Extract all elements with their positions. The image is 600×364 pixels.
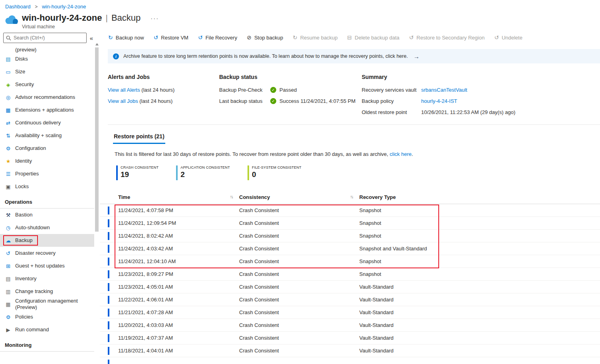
file-recovery-button[interactable]: ↺ File Recovery bbox=[193, 32, 242, 43]
sidebar-item-backup[interactable]: ☁ Backup bbox=[0, 234, 94, 247]
sidebar-item-continuous-delivery[interactable]: ⇄ Continuous delivery bbox=[0, 116, 94, 129]
properties-icon: ☰ bbox=[5, 171, 12, 177]
configuration-gear-icon: ⚙ bbox=[5, 146, 12, 151]
scrollbar-up-arrow-icon[interactable] bbox=[95, 43, 99, 45]
consistency-stats: CRASH CONSISTENT 19 APPLICATION CONSISTE… bbox=[116, 165, 600, 180]
view-all-link[interactable]: View all Alerts bbox=[108, 87, 140, 93]
sidebar-item-guest-host-updates[interactable]: ⊞ Guest + host updates bbox=[0, 260, 94, 272]
table-row[interactable]: 11/19/2021, 4:07:37 AM Crash Consistent … bbox=[100, 332, 600, 344]
continuous-delivery-icon: ⇄ bbox=[5, 120, 12, 126]
cell-time: 11/24/2021, 12:04:10 AM bbox=[118, 258, 239, 264]
table-row[interactable]: 11/23/2021, 8:09:27 PM Crash Consistent … bbox=[100, 268, 600, 281]
sidebar-item-disaster-recovery[interactable]: ↺ Disaster recovery bbox=[0, 247, 94, 260]
cell-time: 11/24/2021, 4:03:42 AM bbox=[118, 246, 239, 252]
toolbar-button-label: Restore VM bbox=[161, 35, 188, 41]
restore-secondary-region-button[interactable]: ↺ Restore to Secondary Region bbox=[404, 32, 489, 43]
scrollbar-thumb[interactable] bbox=[95, 47, 99, 232]
sidebar-item-availability-scaling[interactable]: ⇅ Availability + scaling bbox=[0, 129, 94, 142]
table-row[interactable] bbox=[100, 357, 600, 364]
sidebar-item-configuration[interactable]: ⚙ Configuration bbox=[0, 142, 94, 155]
restore-vm-button[interactable]: ↺ Restore VM bbox=[149, 32, 193, 43]
table-row[interactable]: 11/24/2021, 8:02:42 AM Crash Consistent … bbox=[100, 230, 600, 242]
resume-backup-button[interactable]: ↻ Resume backup bbox=[288, 32, 343, 43]
cell-consistency: Crash Consistent bbox=[239, 220, 359, 226]
summary-row: Oldest restore point 10/26/2021, 11:22:5… bbox=[362, 109, 600, 115]
column-header-consistency[interactable]: Consistency bbox=[239, 194, 270, 200]
table-row[interactable]: 11/24/2021, 12:09:54 PM Crash Consistent… bbox=[100, 217, 600, 230]
cell-time: 11/24/2021, 4:07:58 PM bbox=[118, 207, 239, 213]
breadcrumb-dashboard-link[interactable]: Dashboard bbox=[5, 4, 31, 10]
summary-row: Backup policy hourly-4-24-IST bbox=[362, 98, 600, 104]
consistency-stat: APPLICATION CONSISTENT 2 bbox=[176, 165, 230, 180]
sidebar-item-security[interactable]: ◈ Security bbox=[0, 78, 94, 91]
sidebar-item-configuration-management[interactable]: ▦ Configuration management (Preview) bbox=[0, 298, 94, 311]
stop-backup-button[interactable]: ⊘ Stop backup bbox=[242, 32, 288, 43]
breadcrumb-current-link[interactable]: win-hourly-24-zone bbox=[42, 4, 86, 10]
table-row[interactable]: 11/20/2021, 4:03:03 AM Crash Consistent … bbox=[100, 319, 600, 332]
sidebar-item-locks[interactable]: ▣ Locks bbox=[0, 180, 94, 193]
more-options-icon[interactable]: ··· bbox=[150, 15, 159, 22]
sidebar-item-advisor-recommendations[interactable]: ◎ Advisor recommendations bbox=[0, 91, 94, 104]
cell-consistency: Crash Consistent bbox=[239, 258, 359, 264]
table-row[interactable]: 11/24/2021, 4:07:58 PM Crash Consistent … bbox=[100, 204, 600, 217]
click-here-link[interactable]: click here bbox=[390, 151, 412, 157]
table-row[interactable]: 11/22/2021, 4:06:01 AM Crash Consistent … bbox=[100, 293, 600, 306]
sidebar-item-inventory[interactable]: ▤ Inventory bbox=[0, 272, 94, 285]
sidebar-item-identity[interactable]: ★ Identity bbox=[0, 155, 94, 167]
sidebar-item-label: Locks bbox=[15, 183, 29, 190]
guest-host-updates-icon: ⊞ bbox=[5, 264, 12, 269]
sort-icon[interactable]: ↑↓ bbox=[350, 194, 353, 200]
cell-recovery-type: Snapshot bbox=[359, 271, 600, 277]
sidebar-item-properties[interactable]: ☰ Properties bbox=[0, 167, 94, 180]
summary-value[interactable]: 10/26/2021, 11:22:53 AM (29 day(s) ago) bbox=[421, 109, 515, 115]
toolbar-button-label: Stop backup bbox=[254, 35, 283, 41]
status-value: Passed bbox=[279, 87, 297, 93]
sidebar-item-auto-shutdown[interactable]: ◷ Auto-shutdown bbox=[0, 221, 94, 234]
column-header-recovery-type[interactable]: Recovery Type bbox=[359, 194, 396, 200]
tab-restore-points[interactable]: Restore points (21) bbox=[113, 131, 165, 144]
virtual-machine-cloud-icon bbox=[4, 15, 18, 26]
arrow-right-icon[interactable]: → bbox=[414, 53, 420, 60]
success-check-icon: ✓ bbox=[270, 98, 276, 104]
sidebar-item-partial-preview[interactable]: (preview) bbox=[0, 47, 94, 53]
row-bar-cell bbox=[100, 360, 118, 364]
sidebar-item-extensions-applications[interactable]: ▦ Extensions + applications bbox=[0, 104, 94, 116]
sidebar-item-change-tracking[interactable]: ▥ Change tracking bbox=[0, 285, 94, 298]
undelete-button[interactable]: ↺ Undelete bbox=[489, 32, 527, 43]
cell-time: 11/23/2021, 4:05:01 AM bbox=[118, 284, 239, 290]
sort-icon[interactable]: ↑↓ bbox=[230, 194, 233, 200]
cell-consistency: Crash Consistent bbox=[239, 348, 359, 354]
sidebar-item-label: Bastion bbox=[15, 212, 32, 218]
sidebar-item-run-command[interactable]: ▶ Run command bbox=[0, 323, 94, 336]
table-row[interactable]: 11/23/2021, 4:05:01 AM Crash Consistent … bbox=[100, 281, 600, 293]
sidebar-item-disks[interactable]: ▤ Disks bbox=[0, 53, 94, 65]
row-bar-cell bbox=[100, 347, 118, 355]
table-row[interactable]: 11/18/2021, 4:04:01 AM Crash Consistent … bbox=[100, 344, 600, 357]
sidebar-item-size[interactable]: ▭ Size bbox=[0, 65, 94, 78]
menu-search-input[interactable] bbox=[3, 33, 87, 43]
resource-menu: (preview) ▤ Disks ▭ Size bbox=[0, 47, 100, 354]
sidebar-item-bastion[interactable]: ⚒ Bastion bbox=[0, 209, 94, 221]
backup-now-button[interactable]: ↻ Backup now bbox=[103, 32, 149, 43]
table-row[interactable]: 11/21/2021, 4:07:28 AM Crash Consistent … bbox=[100, 306, 600, 319]
sidebar-item-content: ⚒ Bastion bbox=[5, 212, 32, 218]
column-header-time[interactable]: Time bbox=[118, 194, 130, 200]
success-check-icon: ✓ bbox=[270, 87, 276, 93]
banner-message: Archive feature to store long term reten… bbox=[123, 53, 408, 59]
status-label: Last backup status bbox=[219, 98, 270, 104]
delete-backup-data-button[interactable]: ⊟ Delete backup data bbox=[343, 32, 404, 43]
sidebar-item-label: Change tracking bbox=[15, 288, 53, 295]
sidebar-scrollbar[interactable] bbox=[95, 43, 99, 358]
view-all-link[interactable]: View all Jobs bbox=[108, 98, 138, 104]
sidebar-item-label: Advisor recommendations bbox=[15, 94, 75, 100]
sidebar-collapse-button[interactable]: « bbox=[89, 34, 94, 42]
table-row[interactable]: 11/24/2021, 12:04:10 AM Crash Consistent… bbox=[100, 255, 600, 268]
disaster-recovery-icon: ↺ bbox=[5, 251, 12, 256]
summary-value[interactable]: hourly-4-24-IST bbox=[421, 98, 457, 104]
sidebar-item-policies[interactable]: ⚙ Policies bbox=[0, 311, 94, 323]
summary-value[interactable]: srbansCanTestVault bbox=[421, 87, 467, 93]
table-row[interactable]: 11/24/2021, 4:03:42 AM Crash Consistent … bbox=[100, 242, 600, 255]
summary-label: Backup policy bbox=[362, 98, 421, 104]
cell-recovery-type: Snapshot and Vault-Standard bbox=[359, 246, 600, 252]
panel-title: Backup status bbox=[219, 74, 362, 80]
